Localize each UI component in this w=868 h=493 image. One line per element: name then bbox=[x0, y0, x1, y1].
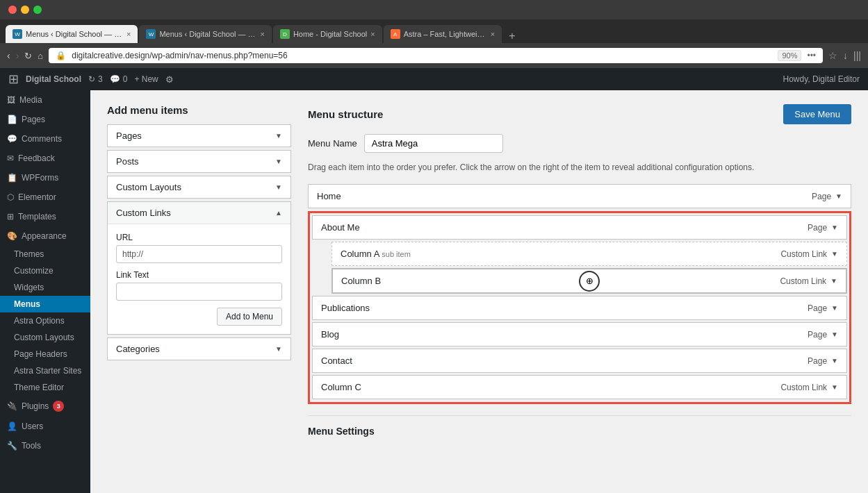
updates-item[interactable]: ↻ 3 bbox=[88, 74, 103, 84]
sidebar-item-tools[interactable]: 🔧 Tools bbox=[0, 436, 90, 456]
sidebar-item-media[interactable]: 🖼 Media bbox=[0, 90, 90, 110]
menu-item-about-me-arrow[interactable]: ▼ bbox=[831, 224, 838, 231]
menu-item-contact-type: Page bbox=[808, 356, 827, 366]
browser-tab-2[interactable]: W Menus ‹ Digital School — Word... × bbox=[139, 25, 271, 43]
menu-item-column-a-arrow[interactable]: ▼ bbox=[831, 250, 838, 258]
accordion-custom-layouts-header[interactable]: Custom Layouts ▼ bbox=[108, 176, 290, 198]
sidebar-item-customize[interactable]: Customize bbox=[0, 262, 90, 279]
user-greeting[interactable]: Howdy, Digital Editor bbox=[783, 74, 860, 84]
add-to-menu-button[interactable]: Add to Menu bbox=[217, 308, 282, 326]
sidebar-item-custom-layouts[interactable]: Custom Layouts bbox=[0, 329, 90, 346]
zoom-level: 90% bbox=[778, 50, 801, 61]
menu-item-about-me[interactable]: About Me Page ▼ bbox=[312, 215, 847, 240]
bookmark-icon[interactable]: ☆ bbox=[828, 50, 837, 61]
sidebar-item-feedback[interactable]: ✉ Feedback bbox=[0, 149, 90, 168]
menu-name-row: Menu Name bbox=[308, 134, 851, 153]
accordion-posts: Posts ▼ bbox=[107, 150, 291, 173]
forward-button[interactable]: › bbox=[16, 50, 19, 61]
main-content: Add menu items Pages ▼ Posts ▼ bbox=[90, 90, 868, 493]
sidebar-item-widgets[interactable]: Widgets bbox=[0, 279, 90, 296]
toolbar-icon-1[interactable]: ↓ bbox=[843, 50, 848, 61]
sidebar-item-elementor[interactable]: ⬡ Elementor bbox=[0, 187, 90, 207]
menu-item-home[interactable]: Home Page ▼ bbox=[308, 184, 851, 208]
save-menu-button[interactable]: Save Menu bbox=[783, 104, 851, 124]
home-button[interactable]: ⌂ bbox=[38, 51, 43, 61]
menu-item-home-arrow[interactable]: ▼ bbox=[835, 192, 842, 200]
lock-icon: 🔒 bbox=[56, 51, 66, 60]
menu-name-label: Menu Name bbox=[308, 138, 357, 149]
comments-count: 0 bbox=[123, 74, 128, 84]
accordion-categories: Categories ▼ bbox=[107, 337, 291, 360]
back-button[interactable]: ‹ bbox=[7, 50, 10, 61]
comments-icon: 💬 bbox=[110, 74, 120, 84]
browser-tab-4[interactable]: A Astra – Fast, Lightweight & Cu... × bbox=[384, 25, 502, 43]
sidebar: 🖼 Media 📄 Pages 💬 Comments ✉ Feedback 📋 … bbox=[0, 90, 90, 493]
accordion-pages-header[interactable]: Pages ▼ bbox=[108, 125, 290, 147]
tab3-close[interactable]: × bbox=[370, 30, 375, 38]
comments-item[interactable]: 💬 0 bbox=[110, 74, 128, 84]
menu-item-contact-label: Contact bbox=[321, 356, 352, 366]
sidebar-item-page-headers[interactable]: Page Headers bbox=[0, 346, 90, 362]
sidebar-item-wpforms[interactable]: 📋 WPForms bbox=[0, 168, 90, 187]
accordion-posts-arrow: ▼ bbox=[275, 158, 282, 165]
menu-item-column-c[interactable]: Column C Custom Link ▼ bbox=[312, 375, 847, 399]
accordion-pages-arrow: ▼ bbox=[275, 132, 282, 140]
toolbar-icon-2[interactable]: ||| bbox=[853, 50, 861, 61]
new-tab-button[interactable]: + bbox=[503, 29, 521, 43]
sidebar-item-astra-starter-sites[interactable]: Astra Starter Sites bbox=[0, 362, 90, 379]
browser-tab-3[interactable]: D Home - Digital School × bbox=[273, 25, 382, 43]
wpforms-icon: 📋 bbox=[7, 173, 17, 183]
add-menu-items-title: Add menu items bbox=[107, 104, 291, 116]
menu-item-publications-label: Publications bbox=[321, 303, 370, 313]
menu-item-column-a[interactable]: Column A sub item Custom Link ▼ bbox=[331, 242, 847, 266]
menu-item-column-b-arrow[interactable]: ▼ bbox=[830, 277, 837, 285]
sidebar-item-theme-editor[interactable]: Theme Editor bbox=[0, 379, 90, 396]
sidebar-item-appearance[interactable]: 🎨 Appearance bbox=[0, 226, 90, 246]
tools-icon: 🔧 bbox=[7, 441, 17, 451]
new-item[interactable]: + New bbox=[134, 74, 158, 84]
browser-tab-1[interactable]: W Menus ‹ Digital School — Word... × bbox=[6, 25, 138, 43]
accordion-posts-header[interactable]: Posts ▼ bbox=[108, 151, 290, 172]
feedback-icon: ✉ bbox=[7, 153, 14, 163]
menu-item-column-c-arrow[interactable]: ▼ bbox=[831, 383, 838, 391]
sidebar-item-pages[interactable]: 📄 Pages bbox=[0, 110, 90, 129]
customize-icon[interactable]: ⚙ bbox=[165, 74, 174, 85]
menu-item-column-a-label: Column A sub item bbox=[341, 249, 411, 259]
sidebar-item-themes[interactable]: Themes bbox=[0, 246, 90, 262]
accordion-custom-links-arrow: ▲ bbox=[275, 209, 282, 217]
reload-button[interactable]: ↻ bbox=[24, 51, 32, 61]
menu-item-publications-arrow[interactable]: ▼ bbox=[831, 304, 838, 312]
sidebar-item-menus[interactable]: Menus bbox=[0, 296, 90, 312]
tab1-close[interactable]: × bbox=[126, 30, 131, 38]
sidebar-item-templates[interactable]: ⊞ Templates bbox=[0, 207, 90, 226]
menu-name-input[interactable] bbox=[364, 134, 503, 153]
menu-item-home-type: Page bbox=[812, 192, 831, 201]
admin-bar: ⊞ Digital School ↻ 3 💬 0 + New ⚙ Howdy, … bbox=[0, 68, 868, 90]
accordion-categories-header[interactable]: Categories ▼ bbox=[108, 338, 290, 360]
menu-selection-area: About Me Page ▼ Column A sub item Custom… bbox=[308, 211, 851, 404]
url-input[interactable] bbox=[116, 245, 282, 263]
menu-item-contact-arrow[interactable]: ▼ bbox=[831, 357, 838, 365]
accordion-categories-arrow: ▼ bbox=[275, 345, 282, 353]
menu-item-column-b[interactable]: Column B Custom Link ▼ ⊕ bbox=[331, 268, 847, 294]
site-name[interactable]: Digital School bbox=[26, 74, 81, 84]
sidebar-item-astra-options[interactable]: Astra Options bbox=[0, 312, 90, 329]
sidebar-item-comments[interactable]: 💬 Comments bbox=[0, 129, 90, 149]
url-text: digitalcreative.design/wp-admin/nav-menu… bbox=[72, 51, 772, 60]
accordion-custom-layouts-arrow: ▼ bbox=[275, 183, 282, 191]
accordion-custom-links: Custom Links ▲ URL Link Text bbox=[107, 201, 291, 335]
tab4-close[interactable]: × bbox=[491, 30, 495, 38]
media-icon: 🖼 bbox=[7, 95, 15, 105]
sidebar-item-plugins[interactable]: 🔌 Plugins 3 bbox=[0, 396, 90, 417]
menu-item-contact[interactable]: Contact Page ▼ bbox=[312, 349, 847, 373]
link-text-input[interactable] bbox=[116, 283, 282, 301]
menu-item-blog[interactable]: Blog Page ▼ bbox=[312, 322, 847, 346]
comments-sidebar-icon: 💬 bbox=[7, 134, 17, 144]
menu-item-blog-arrow[interactable]: ▼ bbox=[831, 331, 838, 338]
wp-logo[interactable]: ⊞ bbox=[8, 72, 19, 87]
sidebar-item-users[interactable]: 👤 Users bbox=[0, 417, 90, 436]
tab2-close[interactable]: × bbox=[260, 30, 264, 38]
url-bar[interactable]: 🔒 digitalcreative.design/wp-admin/nav-me… bbox=[49, 48, 823, 63]
menu-item-publications[interactable]: Publications Page ▼ bbox=[312, 296, 847, 320]
accordion-custom-links-header[interactable]: Custom Links ▲ bbox=[108, 202, 290, 224]
